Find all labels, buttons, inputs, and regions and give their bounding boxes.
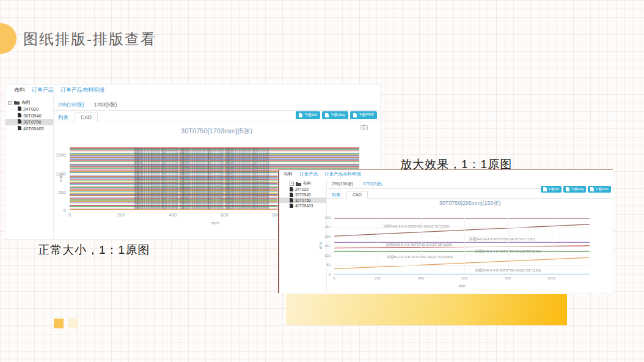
strip-label: 冰箱5H3.9-4.8-30T0750-2A(91*31*1150) <box>387 254 453 259</box>
collapse-icon[interactable]: − <box>8 101 12 105</box>
file-icon <box>18 113 21 119</box>
yellow-square-decoration <box>54 319 64 328</box>
export-button-label: 下载dxf <box>304 113 317 118</box>
size-tab-295(150张)[interactable]: 295(150张) <box>58 102 84 109</box>
file-export-icon <box>566 187 569 192</box>
file-export-icon <box>299 113 302 118</box>
tab-订单产品布料明细[interactable]: 订单产品布料明细 <box>60 86 104 94</box>
file-export-icon <box>590 187 594 192</box>
slide: 图纸排版-排版查看 布料订单产品订单产品布料明细 −布料24T02030T054… <box>0 0 644 362</box>
file-export-icon <box>543 187 547 192</box>
x-tick: 0 <box>68 212 71 218</box>
export-button-下载dwg[interactable]: 下载dwg <box>322 111 348 119</box>
y-tick: 200 <box>324 235 331 238</box>
tree-item-30T0750[interactable]: 30T0750 <box>279 198 326 203</box>
y-axis-label: mm <box>58 174 64 182</box>
tab-布料[interactable]: 布料 <box>284 171 293 177</box>
tree-root-label: 布料 <box>21 100 31 106</box>
x-axis-ticks: 02004006008001000 <box>334 276 590 282</box>
x-tick: 400 <box>169 212 177 218</box>
y-tick: 0 <box>64 208 66 213</box>
size-tab-295(150张)[interactable]: 295(150张) <box>332 181 353 187</box>
x-tick: 600 <box>461 276 467 280</box>
caption-normal-size: 正常大小，1：1原图 <box>38 242 150 258</box>
bottom-gradient-bar-decoration <box>286 294 567 325</box>
pale-square-decoration <box>68 319 78 328</box>
y-tick: 50 <box>326 263 331 267</box>
accent-circle-decoration <box>0 23 16 54</box>
tree-item-label: 30T0750 <box>23 119 42 125</box>
tab-订单产品[interactable]: 订单产品 <box>299 171 318 177</box>
view-tab-CAD[interactable]: CAD <box>75 113 98 122</box>
export-button-下载PDF[interactable]: 下载PDF <box>350 111 377 119</box>
y-tick: 1500 <box>56 152 66 158</box>
tree-item-24T020[interactable]: 24T020 <box>279 187 326 192</box>
tree-item-24T020[interactable]: 24T020 <box>5 106 53 113</box>
export-button-下载dxf[interactable]: 下载dxf <box>296 111 320 119</box>
tree-item-label: 30T0540 <box>295 193 311 197</box>
file-icon <box>290 198 293 203</box>
x-tick: 200 <box>375 276 381 280</box>
tree-item-label: 24T020 <box>23 106 38 112</box>
file-icon <box>18 119 21 125</box>
export-button-label: 下载PDF <box>595 187 609 191</box>
tree-item-40T05403[interactable]: 40T05403 <box>5 125 53 132</box>
file-icon <box>290 193 293 198</box>
x-tick: 200 <box>117 212 125 218</box>
slide-title: 图纸排版-排版查看 <box>23 29 156 49</box>
tree-item-label: 30T0750 <box>295 198 311 202</box>
file-export-icon <box>353 113 357 118</box>
x-tick: 400 <box>418 276 424 280</box>
x-tick: 600 <box>221 212 229 218</box>
export-button-下载PDF[interactable]: 下载PDF <box>588 186 611 193</box>
file-export-icon <box>325 113 329 118</box>
tree-item-label: 40T05403 <box>23 126 44 131</box>
export-button-row: 下载dxf下载dwg下载PDF <box>296 111 377 119</box>
y-tick: 0 <box>329 273 331 276</box>
gridline-h <box>334 227 590 228</box>
y-axis-label: mm <box>318 242 323 249</box>
export-button-label: 下载dxf <box>548 187 559 191</box>
gridline-h <box>334 237 590 237</box>
tab-布料[interactable]: 布料 <box>14 86 25 94</box>
export-button-下载dwg[interactable]: 下载dwg <box>563 186 586 193</box>
export-button-下载dxf[interactable]: 下载dxf <box>541 186 562 193</box>
chart-title: 30T0750[1703mm](5张) <box>53 127 380 136</box>
y-axis-ticks: 050010001500 <box>41 147 68 210</box>
size-tab-1703(5张)[interactable]: 1703(5张) <box>94 102 117 109</box>
module-tab-bar: 布料订单产品订单产品布料明细 <box>284 171 361 178</box>
size-tab-bar: 295(150张)1703(5张) <box>53 100 380 111</box>
y-tick: 100 <box>324 254 331 257</box>
y-tick: 150 <box>324 244 331 248</box>
view-tab-CAD[interactable]: CAD <box>346 191 368 199</box>
size-tab-1703(5张)[interactable]: 1703(5张) <box>363 181 382 187</box>
gridline-h <box>334 265 590 266</box>
chart-title: 30T0750[295mm](150张) <box>327 199 613 207</box>
tree-root[interactable]: −布料 <box>5 100 53 106</box>
export-button-label: 下载PDF <box>358 113 374 118</box>
tree-item-30T0750[interactable]: 30T0750 <box>5 119 53 126</box>
tree-item-label: 30T0540 <box>23 113 42 119</box>
x-axis-label: mm <box>334 284 590 288</box>
y-tick: 500 <box>58 190 66 195</box>
view-tab-列表[interactable]: 列表 <box>58 114 68 122</box>
view-tab-列表[interactable]: 列表 <box>332 192 340 198</box>
x-tick: 0 <box>333 276 335 280</box>
y-tick: 300 <box>324 216 331 220</box>
export-button-label: 下载dwg <box>330 113 345 118</box>
y-tick: 250 <box>324 225 331 229</box>
folder-icon <box>296 182 301 187</box>
file-icon <box>290 204 293 209</box>
tree-item-30T0540[interactable]: 30T0540 <box>5 113 53 119</box>
x-tick: 1000 <box>547 276 555 280</box>
file-icon <box>290 187 293 192</box>
tree-item-40T05403[interactable]: 40T05403 <box>279 203 326 209</box>
strip-layout-chart: 冰箱5H3.9-4.8-30T0750-2A(91*31*1150)冰箱5H3.… <box>334 218 590 275</box>
tree-item-30T0540[interactable]: 30T0540 <box>279 192 326 198</box>
tab-订单产品[interactable]: 订单产品 <box>32 86 54 94</box>
tab-订单产品布料明细[interactable]: 订单产品布料明细 <box>324 171 361 177</box>
collapse-icon[interactable]: − <box>290 182 294 186</box>
gridline-h <box>334 256 590 256</box>
tree-root[interactable]: −布料 <box>279 181 326 187</box>
tree-item-label: 40T05403 <box>295 204 313 208</box>
